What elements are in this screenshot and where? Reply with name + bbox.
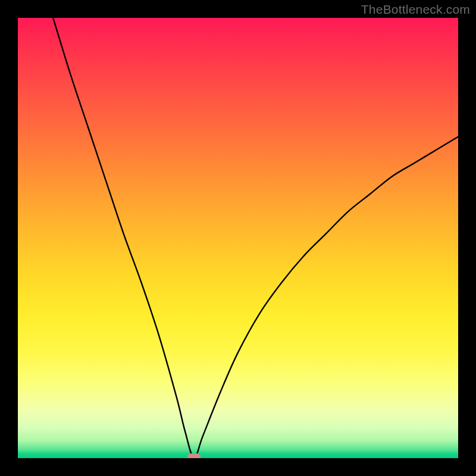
bottleneck-curve [18, 18, 458, 458]
chart-area [18, 18, 458, 458]
watermark-text: TheBottleneck.com [361, 2, 470, 17]
optimal-marker [187, 453, 201, 458]
